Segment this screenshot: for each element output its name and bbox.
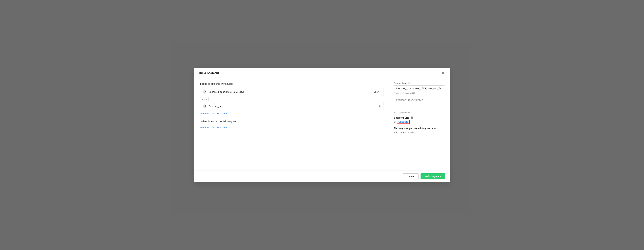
pie-chart-icon-1 <box>203 90 206 94</box>
modal-sidebar: Segment name * Maximum characters: 128 1… <box>389 78 450 171</box>
segment-size-section: Segment Size i C Calculate <box>394 116 445 124</box>
calculate-link[interactable]: Calculate <box>397 120 410 124</box>
cancel-button[interactable]: Cancel <box>403 173 418 179</box>
segment-name-label: Segment name * <box>394 82 445 84</box>
rule-row: Baseball_fans 0 <box>200 102 384 110</box>
add-rule-group-button-exclude[interactable]: Add Rule Group <box>212 126 228 129</box>
add-rule-button-include[interactable]: Add Rule <box>200 112 209 115</box>
overlap-section: The segment you are editing overlaps: Ad… <box>394 127 445 134</box>
overlap-title: The segment you are editing overlaps: <box>394 127 445 130</box>
exclude-section: And exclude all of the following rules: … <box>200 120 384 129</box>
build-segment-button[interactable]: Build Segment <box>420 173 445 179</box>
add-rule-row-exclude: Add Rule Add Rule Group <box>200 126 384 129</box>
required-indicator: * <box>410 82 410 84</box>
modal-main: Include all of the following rules: Carl… <box>194 78 389 171</box>
info-icon: i <box>410 116 413 119</box>
segment-name-input[interactable] <box>394 85 445 91</box>
modal-title: Build Segment <box>199 71 219 75</box>
chars-left-hint: 1000 characters left <box>394 111 445 113</box>
and-operator-button[interactable]: And ▾ <box>200 97 209 101</box>
and-operator-row: And ▾ <box>200 97 384 101</box>
rule-count-1: 75147 <box>370 91 380 93</box>
calculate-row: C Calculate <box>394 120 445 124</box>
modal: Build Segment × Include all of the follo… <box>194 68 450 182</box>
rule-name-2: Baseball_fans <box>208 105 368 108</box>
include-rule-group: Carlsberg_consumers_L365_days 75147 And … <box>200 88 384 110</box>
add-rule-group-button-include[interactable]: Add Rule Group <box>212 112 228 115</box>
segment-description-input[interactable] <box>394 97 445 110</box>
modal-body: Include all of the following rules: Carl… <box>194 78 450 171</box>
segment-size-row: Segment Size i <box>394 116 445 119</box>
segment-name-field: Segment name * Maximum characters: 128 <box>394 82 445 94</box>
pie-chart-icon-2 <box>203 104 206 108</box>
and-label: And <box>202 98 205 100</box>
segment-size-label: Segment Size <box>394 116 409 119</box>
add-data-overlap-button[interactable]: Add Data to Overlap <box>394 131 415 134</box>
close-button[interactable]: × <box>441 71 445 75</box>
modal-overlay: Build Segment × Include all of the follo… <box>0 0 644 250</box>
modal-footer: Cancel Build Segment <box>194 171 450 182</box>
exclude-section-label: And exclude all of the following rules: <box>200 120 384 123</box>
rule-row: Carlsberg_consumers_L365_days 75147 <box>200 88 384 96</box>
include-section-label: Include all of the following rules: <box>200 82 384 85</box>
modal-header: Build Segment × <box>194 68 450 78</box>
add-rule-row-include: Add Rule Add Rule Group <box>200 112 384 115</box>
rule-count-2: 0 <box>370 105 380 108</box>
segment-description-field: 1000 characters left <box>394 97 445 113</box>
max-chars-hint: Maximum characters: 128 <box>394 92 445 94</box>
calculate-prefix: C <box>394 120 396 123</box>
rule-name-1: Carlsberg_consumers_L365_days <box>208 91 368 93</box>
chevron-down-icon: ▾ <box>206 98 207 100</box>
add-rule-button-exclude[interactable]: Add Rule <box>200 126 209 129</box>
